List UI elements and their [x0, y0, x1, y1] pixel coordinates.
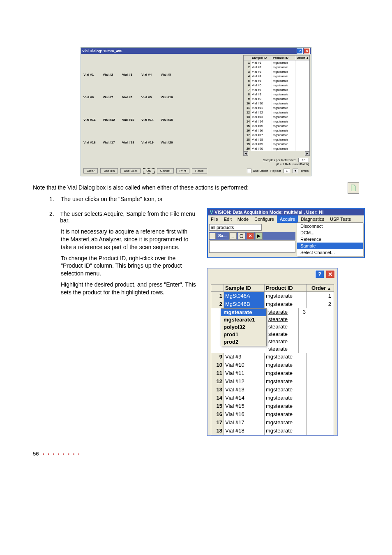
vial-cell[interactable]: Vial #8 — [122, 95, 141, 101]
scrollbar[interactable]: ◄► — [243, 151, 310, 156]
vial-cell[interactable]: Vial #6 — [83, 95, 103, 101]
table-row[interactable]: 5Vial #5mgstearate — [244, 79, 309, 83]
table-row[interactable]: 17Vial #17mgstearate — [244, 133, 309, 137]
vial-sample-table[interactable]: Sample ID Product ID Order ▲ 1Vial #1mgs… — [243, 55, 310, 151]
table-row[interactable]: 12Vial #12mgstearate — [244, 110, 309, 115]
col-product-id[interactable]: Product ID — [272, 56, 296, 60]
table-row[interactable]: 10Vial #10mgstearate — [211, 361, 334, 369]
cancel-button[interactable]: Cancel — [157, 168, 174, 173]
col-sample-id[interactable]: Sample ID — [224, 284, 265, 291]
use-iris-button[interactable]: Use Iris — [100, 168, 118, 173]
vial-cell[interactable]: Vial #1 — [83, 73, 103, 78]
ok-button[interactable]: OK — [143, 168, 154, 173]
product-cell[interactable]: stearate — [267, 323, 299, 331]
popup-item[interactable]: mgstearate — [221, 309, 266, 316]
repeat-input[interactable]: 1 — [284, 169, 290, 173]
menu-item[interactable]: Configure — [251, 215, 277, 223]
paste-button[interactable]: Paste — [192, 168, 207, 173]
menu-item[interactable]: File — [208, 215, 221, 223]
vial-cell[interactable]: Vial #16 — [83, 141, 103, 146]
cell-sample-id[interactable]: MgSt046A — [224, 292, 265, 300]
table-row[interactable]: 3Vial #3mgstearate — [244, 69, 309, 74]
use-boat-button[interactable]: Use Boat — [120, 168, 141, 173]
table-row[interactable]: 13Vial #13mgstearate — [211, 386, 334, 394]
help-icon[interactable]: ? — [315, 270, 324, 278]
vision-menubar[interactable]: FileEditModeConfigureAcquireDiagnosticsU… — [208, 215, 364, 223]
menu-item[interactable]: Select Channel... — [297, 249, 363, 256]
product-filter-input[interactable]: all products — [209, 224, 262, 231]
table-row[interactable]: 15Vial #15mgstearate — [244, 124, 309, 128]
table-row[interactable]: 11Vial #11mgstearate — [211, 369, 334, 377]
menu-item[interactable]: DCM... — [297, 229, 363, 236]
table-row[interactable]: 6Vial #6mgstearate — [244, 83, 309, 88]
cell-order[interactable]: 1 — [307, 292, 334, 300]
vision-titlebar[interactable]: V VISION: Data Acquisition Mode: multivi… — [208, 209, 364, 215]
product-cell[interactable]: stearate — [267, 308, 299, 316]
minimize-icon[interactable]: _ — [229, 232, 237, 240]
vial-cell[interactable]: Vial #18 — [122, 141, 141, 146]
vial-cell[interactable]: Vial #19 — [141, 141, 161, 146]
col-product-id[interactable]: Product ID — [265, 284, 307, 291]
cell-product-id[interactable]: mgstearate — [265, 300, 307, 308]
popup-item[interactable]: mgstearate1 — [221, 316, 266, 324]
table-row[interactable]: 16Vial #16mgstearate — [211, 410, 334, 419]
table-row[interactable]: 14Vial #14mgstearate — [244, 119, 309, 124]
use-order-checkbox[interactable]: Use Order — [247, 169, 268, 173]
menu-item[interactable]: USP Tests — [327, 215, 354, 223]
titlebar[interactable]: Vial Dialog: 15mm_4x5 ? ✕ — [81, 48, 311, 54]
table-row[interactable]: 15Vial #15mgstearate — [211, 402, 334, 410]
table-row[interactable]: 17Vial #17mgstearate — [211, 419, 334, 427]
table-row[interactable]: 1Vial #1mgstearate — [244, 60, 309, 65]
table-row[interactable]: 16Vial #16mgstearate — [244, 128, 309, 133]
action-icon[interactable]: ▶ — [255, 232, 263, 240]
table-row[interactable]: 18Vial #18mgstearate — [211, 427, 334, 435]
menu-item[interactable]: Edit — [221, 215, 235, 223]
product-cell[interactable]: stearate — [267, 338, 299, 345]
product-cell[interactable]: stearate — [267, 316, 299, 323]
table-row[interactable]: 9Vial #9mgstearate — [244, 97, 309, 101]
spr-spinner[interactable]: 10 — [298, 158, 309, 162]
vial-cell[interactable]: Vial #4 — [141, 73, 161, 78]
vial-cell[interactable]: Vial #12 — [103, 118, 122, 123]
table-row[interactable]: 4Vial #4mgstearate — [244, 74, 309, 79]
vial-cell[interactable]: Vial #10 — [161, 95, 180, 101]
print-button[interactable]: Print — [176, 168, 189, 173]
table-row[interactable]: 10Vial #10mgstearate — [244, 101, 309, 106]
product-popup-menu[interactable]: mgstearatemgstearate1polyol32prod1prod2 — [221, 308, 267, 346]
menu-item[interactable]: Reference — [297, 236, 363, 243]
popup-item[interactable]: polyol32 — [221, 324, 266, 331]
vial-cell[interactable]: Vial #15 — [161, 118, 180, 123]
product-table[interactable]: Sample ID Product ID Order 1 MgSt046A mg… — [211, 284, 334, 435]
table-row[interactable]: 8Vial #8mgstearate — [244, 92, 309, 97]
maximize-icon[interactable]: ▢ — [238, 232, 245, 240]
menu-item[interactable]: Disconnect — [297, 223, 363, 229]
menu-item[interactable]: Diagnostics — [298, 215, 327, 223]
repeat-dropdown-icon[interactable]: ▾ — [293, 169, 298, 173]
vial-cell[interactable]: Vial #2 — [103, 73, 122, 78]
clear-button[interactable]: Clear — [83, 168, 98, 173]
menu-item[interactable]: Acquire — [277, 215, 298, 223]
table-row[interactable]: 12Vial #12mgstearate — [211, 377, 334, 386]
table-row[interactable]: 11Vial #11mgstearate — [244, 106, 309, 110]
vial-cell[interactable]: Vial #20 — [161, 141, 180, 146]
menu-item[interactable]: Sample — [297, 243, 363, 249]
col-order[interactable]: Order — [307, 284, 334, 291]
help-icon[interactable]: ? — [297, 48, 303, 54]
cell-order[interactable]: 2 — [307, 300, 334, 308]
vial-cell[interactable]: Vial #7 — [103, 95, 122, 101]
cell-product-id[interactable]: mgstearate — [265, 292, 307, 300]
vial-cell[interactable]: Vial #17 — [103, 141, 122, 146]
popup-item[interactable]: prod2 — [221, 338, 266, 346]
product-cell[interactable]: stearate — [267, 331, 299, 338]
table-row[interactable]: 7Vial #7mgstearate — [244, 88, 309, 92]
table-row[interactable]: 9Vial #9mgstearate — [211, 353, 334, 361]
cell-sample-id[interactable]: MgSt046B — [224, 300, 265, 308]
table-row[interactable]: 18Vial #18mgstearate — [244, 137, 309, 142]
product-cell[interactable]: stearate — [267, 345, 299, 353]
col-sample-id[interactable]: Sample ID — [251, 56, 272, 60]
table-row[interactable]: 14Vial #14mgstearate — [211, 394, 334, 402]
vial-cell[interactable]: Vial #13 — [122, 118, 141, 123]
menu-item[interactable]: Mode — [235, 215, 252, 223]
vial-cell[interactable]: Vial #11 — [83, 118, 103, 123]
close-icon[interactable]: ✕ — [247, 232, 254, 240]
